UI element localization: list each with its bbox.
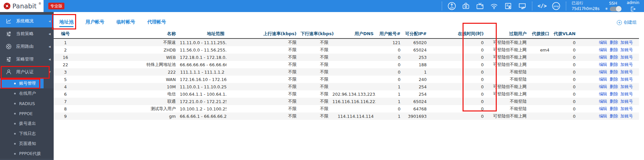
sidebar-subitem-4[interactable]: PPPOE [0, 108, 54, 118]
delete-link[interactable]: 删除 [610, 106, 618, 111]
uptime-display: 已运行 75d17h0m28s [572, 0, 599, 11]
cell-11 [529, 76, 551, 83]
sidebar-item-3[interactable]: 应用路由◀ [0, 40, 54, 53]
cell-12: 0 [551, 105, 578, 112]
edit-link[interactable]: 编辑 [599, 62, 607, 67]
edit-link[interactable]: 编辑 [599, 55, 607, 60]
cell-1: 9 [54, 112, 77, 120]
sliders-icon [6, 31, 12, 37]
wifi-icon[interactable] [490, 2, 498, 10]
tab-3[interactable]: 临时帐号 [116, 19, 135, 29]
delete-link[interactable]: 删除 [610, 91, 618, 96]
sidebar-item-1[interactable]: 系统概况◀ [0, 15, 54, 27]
bullet-icon [14, 93, 16, 94]
status-sun-icon[interactable]: ✳ [605, 7, 608, 11]
add-account-link[interactable]: 加账号 [621, 47, 633, 52]
sidebar-subitem-label: 拨号退出 [19, 121, 36, 127]
cell-10: 可登陆但不能上网 [486, 90, 529, 98]
delete-link[interactable]: 删除 [610, 55, 618, 60]
add-account-link[interactable]: 加账号 [621, 40, 633, 45]
cell-6 [330, 83, 376, 90]
sidebar-subitem-2[interactable]: 在线用户 [0, 88, 54, 98]
cell-5: 不限 [299, 46, 330, 54]
edit-link[interactable]: 编辑 [599, 40, 607, 45]
delete-link[interactable]: 删除 [610, 84, 618, 89]
add-account-link[interactable]: 加账号 [621, 77, 633, 82]
add-account-link[interactable]: 加账号 [621, 113, 633, 118]
cell-8: 65024 [402, 46, 429, 54]
row-actions: 编辑删除加账号 [578, 38, 639, 46]
cell-5: 不限 [299, 61, 330, 68]
cell-9: 0 [429, 76, 486, 83]
create-group-button[interactable]: + 创建组 [617, 19, 637, 29]
cell-1: 6 [54, 90, 77, 98]
cell-4: 不限 [226, 46, 299, 54]
sidebar-subitem-8[interactable]: PPPOE代拨 [0, 149, 54, 159]
cell-9: 0 [429, 83, 486, 90]
cell-6 [330, 105, 376, 112]
add-account-link[interactable]: 加账号 [621, 62, 633, 67]
edition-badge: 专业版 [48, 3, 64, 9]
cell-1: 8 [54, 105, 77, 112]
edit-link[interactable]: 编辑 [599, 84, 607, 89]
ssh-toggle[interactable] [610, 7, 621, 11]
user-icon [6, 69, 12, 75]
add-account-link[interactable]: 加账号 [621, 69, 633, 74]
delete-link[interactable]: 删除 [610, 77, 618, 82]
sidebar-item-label: 用户认证 [16, 69, 34, 75]
tab-4[interactable]: 代理帐号 [147, 19, 166, 29]
edit-link[interactable]: 编辑 [599, 113, 607, 118]
delete-link[interactable]: 删除 [610, 62, 618, 67]
delete-link[interactable]: 删除 [610, 113, 618, 118]
ping-icon[interactable]: ping [552, 2, 560, 10]
cell-9: 0 [429, 90, 486, 98]
add-account-link[interactable]: 加账号 [621, 99, 633, 104]
cell-6 [330, 76, 376, 83]
tab-2[interactable]: 用户帐号 [86, 19, 104, 29]
edit-link[interactable]: 编辑 [599, 106, 607, 111]
sidebar-subitem-6[interactable]: 下线日志 [0, 129, 54, 139]
sidebar-subitem-1[interactable]: 账号管理 [0, 78, 44, 88]
sidebar-item-4[interactable]: 策略管理◀ [0, 53, 54, 66]
add-account-link[interactable]: 加账号 [621, 55, 633, 60]
sidebar-item-5[interactable]: 用户认证▼ [0, 66, 54, 78]
edit-link[interactable]: 编辑 [599, 77, 607, 82]
edit-link[interactable]: 编辑 [599, 69, 607, 74]
table-row: 3222111.1.1.1 - 111.1.1.2不限不限010不能登陆0编辑删… [54, 68, 639, 76]
sidebar-subitem-3[interactable]: RADIUS [0, 98, 54, 108]
code-icon[interactable]: </> [538, 2, 546, 10]
column-header-7: 用户账号# [376, 29, 402, 38]
sidebar-subitem-7[interactable]: 页面通知 [0, 139, 54, 149]
tv-icon[interactable] [476, 2, 484, 10]
delete-link[interactable]: 删除 [610, 99, 618, 104]
logout-icon[interactable] [630, 6, 636, 12]
column-header-6: 用户DNS [330, 29, 376, 38]
column-header-11: 代拨接口 [529, 29, 551, 38]
add-account-link[interactable]: 加账号 [621, 91, 633, 96]
row-actions: 编辑删除加账号 [578, 46, 639, 54]
cell-6 [330, 38, 376, 46]
add-account-link[interactable]: 加账号 [621, 84, 633, 89]
edit-link[interactable]: 编辑 [599, 99, 607, 104]
cell-4: 不限 [226, 105, 299, 112]
license-icon[interactable] [504, 2, 513, 10]
delete-link[interactable]: 删除 [610, 40, 618, 45]
app-upload-icon[interactable]: APP [447, 2, 456, 10]
column-header-3: 地址范围 [178, 29, 226, 38]
tab-1[interactable]: 地址池 [59, 19, 73, 29]
add-account-link[interactable]: 加账号 [621, 106, 633, 111]
toolbox-icon[interactable] [462, 2, 470, 10]
monitor-upload-icon[interactable] [518, 2, 527, 10]
cell-1: 3 [54, 68, 77, 76]
edit-link[interactable]: 编辑 [599, 91, 607, 96]
delete-link[interactable]: 删除 [610, 47, 618, 52]
cell-12: 0 [551, 61, 578, 68]
sidebar-item-2[interactable]: 当前策略◀ [0, 27, 54, 40]
delete-link[interactable]: 删除 [610, 69, 618, 74]
ssh-toggle-thumb[interactable] [616, 6, 622, 12]
table-row: 9gm66.6.66.1 - 66.66.66.254不限不限114.114.1… [54, 112, 639, 120]
cell-12: 0 [551, 90, 578, 98]
sidebar-subitem-5[interactable]: 拨号退出 [0, 118, 54, 129]
edit-link[interactable]: 编辑 [599, 47, 607, 52]
cell-7: 0 [376, 46, 402, 54]
